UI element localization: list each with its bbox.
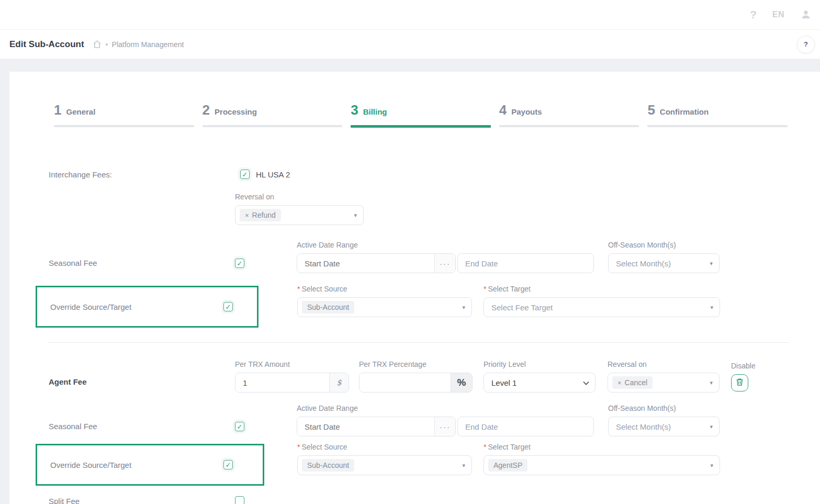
interchange-checkbox[interactable]: ✓ xyxy=(240,170,250,179)
breadcrumb[interactable]: Platform Management xyxy=(112,40,184,49)
active-date-range-label: Active Date Range xyxy=(297,404,594,412)
step-progress-bar xyxy=(499,125,639,127)
reversal-on-label: Reversal on xyxy=(235,193,364,201)
tab-confirmation[interactable]: 5Confirmation xyxy=(647,102,788,128)
tab-payouts[interactable]: 4Payouts xyxy=(499,102,639,128)
select-source-label: *Select Source xyxy=(297,285,472,293)
chevron-down-icon: ▾ xyxy=(710,423,713,430)
select-target-dropdown[interactable]: Select Fee Target ▾ xyxy=(484,297,720,317)
dollar-addon: $ xyxy=(329,373,349,392)
reversal-on-dropdown[interactable]: ×Refund ▾ xyxy=(235,205,364,225)
off-season-months-label: Off-Season Month(s) xyxy=(608,241,720,249)
split-fee-row: Split Fee xyxy=(9,496,820,504)
language-selector[interactable]: EN xyxy=(772,10,784,19)
select-target-label: *Select Target xyxy=(484,285,720,293)
override-checkbox[interactable]: ✓ xyxy=(223,302,233,311)
step-progress-bar xyxy=(54,125,194,127)
start-date-input[interactable] xyxy=(297,254,434,273)
priority-level-select[interactable]: Level 1 xyxy=(484,373,596,393)
tab-general[interactable]: 1General xyxy=(54,102,194,128)
off-season-months-label: Off-Season Month(s) xyxy=(608,404,720,412)
disable-label: Disable xyxy=(731,362,756,370)
seasonal-fee-row-2: Seasonal Fee ✓ Active Date Range ··· Off… xyxy=(9,404,820,436)
select-target-dropdown[interactable]: AgentSP ▾ xyxy=(484,455,720,475)
agent-reversal-dropdown[interactable]: ×Cancel ▾ xyxy=(608,373,720,393)
chevron-down-icon: ▾ xyxy=(710,304,713,311)
date-range-dots-icon[interactable]: ··· xyxy=(434,254,455,273)
page-help-button[interactable]: ? xyxy=(797,36,815,53)
chevron-down-icon: ▾ xyxy=(354,212,357,219)
agent-fee-row: Agent Fee Per TRX Amount $ Per TRX Perce… xyxy=(9,360,820,393)
override-label: Override Source/Target xyxy=(50,303,223,311)
tab-processing[interactable]: 2Processing xyxy=(203,102,343,128)
override-label: Override Source/Target xyxy=(50,461,223,469)
chevron-down-icon: ▾ xyxy=(710,462,713,469)
seasonal-fee-label: Seasonal Fee xyxy=(49,422,235,431)
content-card: 1General 2Processing 3Billing 4Payouts 5… xyxy=(9,72,820,504)
date-range-dots-icon[interactable]: ··· xyxy=(434,417,455,436)
step-progress-bar xyxy=(203,125,343,127)
select-source-dropdown[interactable]: Sub-Account ▾ xyxy=(297,297,472,317)
override-row-1: Override Source/Target ✓ *Select Source … xyxy=(9,285,820,317)
chevron-down-icon: ▾ xyxy=(462,304,465,311)
trash-icon xyxy=(736,378,744,388)
interchange-reversal-row: Reversal on ×Refund ▾ xyxy=(9,193,820,225)
end-date-input[interactable] xyxy=(457,253,594,273)
active-date-range-label: Active Date Range xyxy=(297,241,594,249)
tab-billing[interactable]: 3Billing xyxy=(351,102,491,128)
agent-reversal-label: Reversal on xyxy=(608,360,720,368)
end-date-input[interactable] xyxy=(457,417,594,436)
interchange-fees-row: Interchange Fees: ✓ HL USA 2 xyxy=(9,170,820,179)
per-trx-percentage-input[interactable] xyxy=(360,373,451,392)
split-fee-label: Split Fee xyxy=(49,497,235,504)
off-season-months-select[interactable]: Select Month(s) ▾ xyxy=(608,417,720,436)
help-icon[interactable]: ? xyxy=(750,8,757,21)
select-target-label: *Select Target xyxy=(484,443,720,451)
interchange-option-label: HL USA 2 xyxy=(256,170,290,179)
override-highlight-box: Override Source/Target ✓ xyxy=(36,286,259,328)
user-icon[interactable] xyxy=(800,9,812,20)
select-source-label: *Select Source xyxy=(297,443,472,451)
disable-fee-button[interactable] xyxy=(731,374,748,391)
chevron-down-icon: ▾ xyxy=(710,379,713,386)
agent-fee-label: Agent Fee xyxy=(49,377,235,386)
step-progress-bar xyxy=(647,125,788,127)
seasonal-fee-checkbox[interactable]: ✓ xyxy=(235,259,244,268)
seasonal-fee-checkbox[interactable]: ✓ xyxy=(235,422,244,431)
override-row-2: Override Source/Target ✓ *Select Source … xyxy=(9,443,820,475)
chevron-down-icon xyxy=(583,378,589,387)
seasonal-fee-label: Seasonal Fee xyxy=(49,259,235,267)
per-trx-amount-label: Per TRX Amount xyxy=(235,360,349,368)
per-trx-amount-input[interactable] xyxy=(235,373,329,392)
page-title: Edit Sub-Account xyxy=(9,39,84,50)
interchange-fees-label: Interchange Fees: xyxy=(49,170,235,179)
chevron-down-icon: ▾ xyxy=(462,462,465,469)
step-progress-bar xyxy=(351,125,491,128)
chevron-down-icon: ▾ xyxy=(710,260,713,267)
remove-tag-icon[interactable]: × xyxy=(245,211,249,219)
sub-account-tag: Sub-Account xyxy=(302,301,354,313)
breadcrumb-separator xyxy=(106,43,108,46)
remove-tag-icon[interactable]: × xyxy=(617,379,622,387)
split-fee-checkbox[interactable] xyxy=(235,496,244,504)
section-divider xyxy=(49,342,789,343)
priority-level-label: Priority Level xyxy=(484,360,596,368)
override-highlight-box: Override Source/Target ✓ xyxy=(36,444,264,486)
override-checkbox[interactable]: ✓ xyxy=(223,460,233,469)
off-season-months-select[interactable]: Select Month(s) ▾ xyxy=(608,253,720,273)
percent-addon: % xyxy=(451,373,472,392)
sub-account-tag: Sub-Account xyxy=(302,459,354,472)
cancel-tag: ×Cancel xyxy=(612,376,653,389)
refund-tag: ×Refund xyxy=(240,209,281,221)
seasonal-fee-row-1: Seasonal Fee ✓ Active Date Range ··· Off… xyxy=(9,241,820,273)
page-header: Edit Sub-Account Platform Management ? xyxy=(0,30,820,59)
top-bar: ? EN xyxy=(0,0,820,30)
per-trx-percentage-label: Per TRX Percentage xyxy=(359,360,473,368)
home-icon[interactable] xyxy=(93,40,102,49)
agentsp-tag: AgentSP xyxy=(488,459,527,472)
start-date-input[interactable] xyxy=(297,417,434,436)
wizard-steps: 1General 2Processing 3Billing 4Payouts 5… xyxy=(54,102,788,128)
select-source-dropdown[interactable]: Sub-Account ▾ xyxy=(297,455,472,475)
